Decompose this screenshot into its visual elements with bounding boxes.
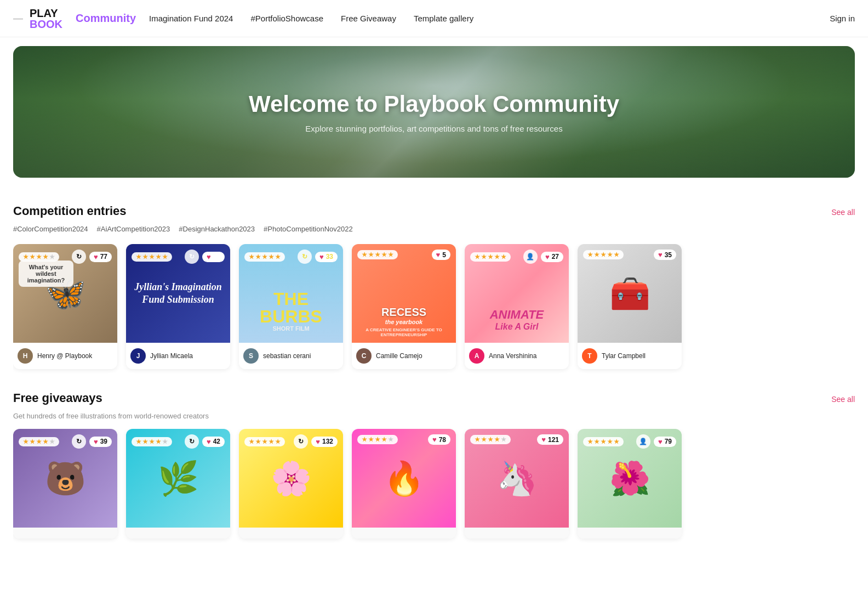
star-icon: ★ bbox=[368, 251, 374, 258]
giveaway-card-4[interactable]: ★ ★ ★ ★ ★ ♥ 78 bbox=[352, 429, 456, 539]
star-icon: ★ bbox=[149, 438, 155, 445]
gcard-5-footer bbox=[465, 528, 569, 539]
logo-text-book: BOOK bbox=[30, 19, 62, 30]
card-5-author: Anna Vershinina bbox=[489, 352, 536, 360]
tag-photo-competition[interactable]: #PhotoCompetitionNov2022 bbox=[264, 225, 353, 233]
nav-link-template-gallery[interactable]: Template gallery bbox=[414, 14, 473, 23]
giveaway-card-3[interactable]: ★ ★ ★ ★ ★ ↻ ♥ 132 bbox=[239, 429, 343, 539]
competition-card-4[interactable]: ★ ★ ★ ★ ★ ♥ 5 RECESS the ye bbox=[352, 244, 456, 369]
tag-ai-art[interactable]: #AiArtCompetition2023 bbox=[97, 225, 170, 233]
heart-icon: ♥ bbox=[207, 438, 211, 446]
card-4-subtitle: the yearbook bbox=[357, 319, 450, 325]
gcard-2-stars: ★ ★ ★ ★ ★ bbox=[132, 437, 172, 446]
competition-card-2[interactable]: ★ ★ ★ ★ ★ ↻ ♥ 29 Jyllian's Imaginati bbox=[126, 244, 230, 369]
competition-title: Competition entries bbox=[13, 204, 127, 218]
competition-see-all[interactable]: See all bbox=[831, 208, 855, 217]
heart-icon: ♥ bbox=[316, 438, 320, 446]
gcard-6-stars: ★ ★ ★ ★ ★ bbox=[583, 437, 624, 446]
star-icon: ★ bbox=[23, 438, 28, 445]
star-icon: ★ bbox=[362, 436, 367, 443]
card-4-stars: ★ ★ ★ ★ ★ bbox=[357, 250, 398, 259]
competition-card-5[interactable]: ★ ★ ★ ★ ★ 👤 ♥ 27 ANIMATE bbox=[465, 244, 569, 369]
card-2-likes: ♥ 29 bbox=[202, 252, 225, 262]
card-6-avatar-inner: T bbox=[582, 348, 597, 364]
star-icon: ★ bbox=[36, 438, 42, 445]
competition-card-1[interactable]: ★ ★ ★ ★ ★ ↻ ♥ 77 What's your wildest bbox=[13, 244, 117, 369]
card-1-like-count: 77 bbox=[100, 253, 107, 260]
gcard-4-like-count: 78 bbox=[439, 436, 446, 444]
star-icon: ★ bbox=[36, 253, 42, 260]
card-2-avatar: J bbox=[130, 348, 146, 364]
star-icon: ★ bbox=[275, 438, 281, 445]
star-icon: ★ bbox=[381, 251, 387, 258]
card-5-like-count: 27 bbox=[552, 253, 559, 260]
collapse-icon[interactable]: — bbox=[13, 13, 23, 24]
heart-icon: ♥ bbox=[545, 253, 550, 261]
gcard-6-badge-row: ★ ★ ★ ★ ★ 👤 ♥ 79 bbox=[583, 434, 676, 449]
half-star-icon: ★ bbox=[501, 253, 506, 260]
giveaway-card-2[interactable]: ★ ★ ★ ★ ★ ↻ ♥ 42 bbox=[126, 429, 230, 539]
star-icon: ★ bbox=[494, 436, 500, 443]
star-icon: ★ bbox=[607, 438, 613, 445]
heart-icon: ♥ bbox=[94, 253, 98, 261]
tag-design-hackathon[interactable]: #DesignHackathon2023 bbox=[179, 225, 255, 233]
competition-section: Competition entries See all #ColorCompet… bbox=[0, 186, 868, 373]
nav-link-free-giveaway[interactable]: Free Giveaway bbox=[341, 14, 396, 23]
card-6-like-count: 35 bbox=[665, 251, 672, 259]
card-1-likes: ♥ 77 bbox=[89, 252, 112, 262]
gcard-4-footer bbox=[352, 528, 456, 539]
refresh-icon: ↻ bbox=[72, 434, 86, 449]
card-6-badge-row: ★ ★ ★ ★ ★ ♥ 35 bbox=[583, 250, 676, 260]
card-3-title-wrapper: THE BURBS SHORT FILM bbox=[239, 290, 343, 332]
gcard-3-stars: ★ ★ ★ ★ ★ bbox=[244, 437, 285, 446]
gcard-6-like-count: 79 bbox=[665, 438, 672, 445]
signin-button[interactable]: Sign in bbox=[830, 14, 855, 23]
gcard-2-like-count: 42 bbox=[213, 438, 220, 445]
competition-card-3[interactable]: ★ ★ ★ ★ ★ ↻ ♥ 33 THE bbox=[239, 244, 343, 369]
star-icon: ★ bbox=[142, 438, 148, 445]
heart-icon: ♥ bbox=[658, 251, 663, 259]
competition-card-6[interactable]: ★ ★ ★ ★ ★ ♥ 35 🧰 bbox=[578, 244, 682, 369]
card-6-author: Tylar Campbell bbox=[602, 352, 646, 360]
heart-icon: ♥ bbox=[319, 253, 324, 261]
star-icon: ★ bbox=[43, 253, 48, 260]
card-4-right-badges: ♥ 5 bbox=[432, 250, 450, 260]
card-3-footer: S sebastian cerani bbox=[239, 343, 343, 369]
card-6-avatar: T bbox=[582, 348, 597, 364]
star-icon: ★ bbox=[142, 253, 148, 260]
star-icon: ★ bbox=[255, 253, 261, 260]
card-5-right-badges: 👤 ♥ 27 bbox=[523, 250, 563, 264]
star-icon: ★ bbox=[162, 253, 168, 260]
giveaway-card-6[interactable]: ★ ★ ★ ★ ★ 👤 ♥ 79 bbox=[578, 429, 682, 539]
card-3-title-line1: THE bbox=[239, 290, 343, 308]
star-icon: ★ bbox=[601, 251, 606, 258]
gcard-2-badge-row: ★ ★ ★ ★ ★ ↻ ♥ 42 bbox=[132, 434, 225, 449]
card-2-footer: J Jyllian Micaela bbox=[126, 343, 230, 369]
gcard-3-like-count: 132 bbox=[322, 438, 333, 445]
logo[interactable]: PLAY BOOK bbox=[30, 8, 62, 30]
half-star-icon: ★ bbox=[614, 438, 619, 445]
star-icon: ★ bbox=[375, 251, 380, 258]
nav-link-portfolio-showcase[interactable]: #PortfolioShowcase bbox=[250, 14, 323, 23]
refresh-icon: ↻ bbox=[294, 434, 308, 449]
giveaways-header: Free giveaways See all bbox=[13, 391, 855, 405]
half-star-icon: ★ bbox=[156, 438, 161, 445]
gcard-4-stars: ★ ★ ★ ★ ★ bbox=[357, 435, 398, 444]
tag-color-competition[interactable]: #ColorCompetition2024 bbox=[13, 225, 88, 233]
card-6-footer: T Tylar Campbell bbox=[578, 343, 682, 369]
giveaway-card-1[interactable]: ★ ★ ★ ★ ★ ↻ ♥ 39 bbox=[13, 429, 117, 539]
giveaways-see-all[interactable]: See all bbox=[831, 395, 855, 404]
hero-banner: Welcome to Playbook Community Explore st… bbox=[13, 46, 855, 178]
card-4-footer: C Camille Camejo bbox=[352, 343, 456, 369]
gcard-6-likes: ♥ 79 bbox=[654, 437, 676, 447]
card-2-right-badges: ↻ ♥ 29 bbox=[185, 250, 225, 264]
nav-link-imagination-fund[interactable]: Imagination Fund 2024 bbox=[149, 14, 233, 23]
card-4-like-count: 5 bbox=[442, 251, 446, 259]
giveaway-card-5[interactable]: ★ ★ ★ ★ ★ ♥ 121 bbox=[465, 429, 569, 539]
gcard-5-like-count: 121 bbox=[548, 436, 559, 444]
card-3-avatar-inner: S bbox=[243, 348, 259, 364]
card-3-stars: ★ ★ ★ ★ ★ bbox=[244, 252, 285, 262]
card-3-like-count: 33 bbox=[326, 253, 333, 260]
giveaways-title: Free giveaways bbox=[13, 391, 102, 405]
card-6-likes: ♥ 35 bbox=[654, 250, 676, 260]
